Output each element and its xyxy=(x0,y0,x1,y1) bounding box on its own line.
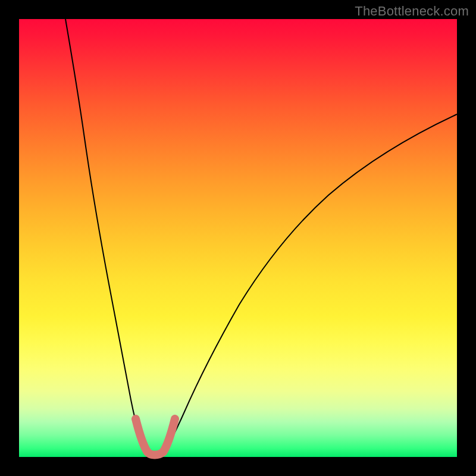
outer-frame: TheBottleneck.com xyxy=(0,0,476,476)
curve-right-path xyxy=(162,114,457,454)
curve-left-path xyxy=(65,19,149,454)
bottleneck-curve-svg xyxy=(19,19,457,457)
curve-group xyxy=(65,19,457,455)
plot-area xyxy=(19,19,457,457)
watermark-text: TheBottleneck.com xyxy=(355,4,469,19)
trough-highlight-path xyxy=(136,419,175,455)
